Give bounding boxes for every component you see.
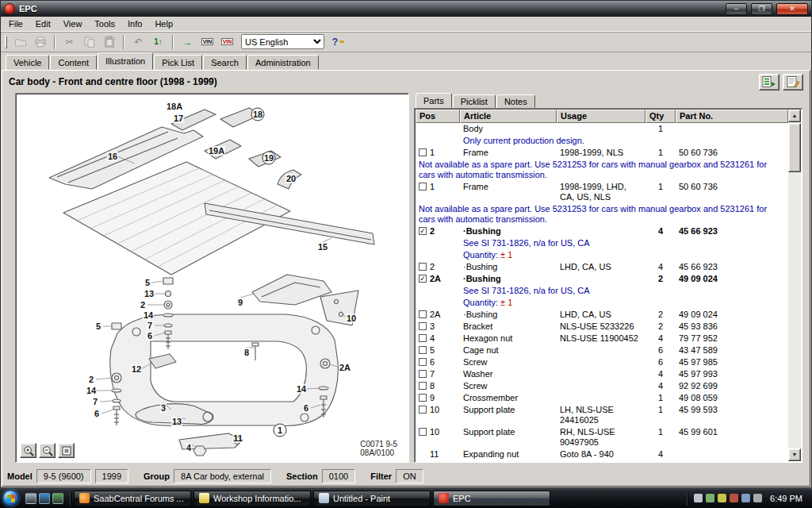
tab-pick-list[interactable]: Pick List <box>154 55 202 70</box>
callout-5[interactable]: 5 <box>95 321 102 331</box>
tray-icon[interactable] <box>753 494 762 502</box>
task-button-epc[interactable]: EPC <box>433 491 550 506</box>
quick-launch-icon[interactable] <box>25 493 36 504</box>
callout-6[interactable]: 6 <box>147 331 153 341</box>
row-checkbox[interactable] <box>419 334 427 342</box>
minimize-button[interactable]: – <box>726 3 747 15</box>
callout-2a[interactable]: 2A <box>339 363 351 372</box>
zoom-in-button[interactable] <box>20 443 36 458</box>
parts-tab-parts[interactable]: Parts <box>416 93 452 108</box>
menu-edit[interactable]: Edit <box>29 17 57 31</box>
menu-info[interactable]: Info <box>121 17 148 31</box>
row-checkbox[interactable] <box>419 428 427 436</box>
column-header-qty[interactable]: Qty <box>645 110 676 123</box>
callout-14[interactable]: 14 <box>86 386 97 395</box>
callout-14[interactable]: 14 <box>143 310 154 320</box>
parts-row[interactable]: 1Frame1998-1999, LHD, CA, US, NLS150 60 … <box>416 181 788 203</box>
scroll-up-button[interactable]: ▲ <box>788 110 801 122</box>
parts-row[interactable]: 8Screw492 92 699 <box>416 380 788 392</box>
row-checkbox[interactable] <box>419 148 427 156</box>
parts-tab-notes[interactable]: Notes <box>496 94 535 108</box>
task-button-saabcentral-forums[interactable]: SaabCentral Forums ... <box>74 491 191 506</box>
menu-tools[interactable]: Tools <box>88 17 121 31</box>
callout-11[interactable]: 11 <box>232 433 243 443</box>
row-checkbox[interactable] <box>419 370 427 378</box>
tray-icon[interactable] <box>718 494 726 502</box>
callout-8[interactable]: 8 <box>243 348 250 357</box>
callout-18a[interactable]: 18A <box>166 102 183 111</box>
callout-10[interactable]: 10 <box>346 314 357 323</box>
row-checkbox[interactable] <box>419 382 427 390</box>
callout-2[interactable]: 2 <box>88 375 94 384</box>
quick-launch-icon[interactable] <box>52 493 63 504</box>
help-key-icon[interactable]: ? <box>329 33 347 51</box>
parts-row[interactable]: 10Support plateRH, NLS-USE 90497905145 9… <box>416 426 788 448</box>
row-checkbox[interactable] <box>419 183 427 190</box>
tab-administration[interactable]: Administration <box>247 55 319 70</box>
callout-17[interactable]: 17 <box>173 114 184 123</box>
callout-18[interactable]: 18 <box>251 108 265 121</box>
callout-7[interactable]: 7 <box>147 321 153 330</box>
vin-icon[interactable]: VIN <box>198 33 216 51</box>
callout-5[interactable]: 5 <box>144 278 151 287</box>
callout-16[interactable]: 16 <box>107 152 118 161</box>
row-checkbox[interactable]: ✓ <box>419 227 427 235</box>
parts-row[interactable]: 2·BushingLHD, CA, US445 66 923 <box>416 261 788 273</box>
callout-2[interactable]: 2 <box>140 300 146 310</box>
vertical-scrollbar[interactable]: ▲ ▼ <box>788 110 801 461</box>
column-header-pos[interactable]: Pos <box>416 110 460 123</box>
parts-row[interactable]: 11Expanding nutGoto 8A - 9404 <box>416 448 788 460</box>
go-forward-icon[interactable]: → <box>178 33 197 51</box>
task-button-untitled-paint[interactable]: Untitled - Paint <box>313 491 431 506</box>
parts-row[interactable]: 3BracketNLS-USE 5233226245 93 836 <box>416 321 788 333</box>
notes-button[interactable] <box>783 74 803 90</box>
print-illustration-button[interactable] <box>759 74 779 90</box>
callout-7[interactable]: 7 <box>92 397 98 406</box>
zoom-out-button[interactable] <box>39 443 56 458</box>
column-header-usage[interactable]: Usage <box>557 110 645 123</box>
close-button[interactable]: ✕ <box>776 3 808 15</box>
callout-12[interactable]: 12 <box>131 364 142 374</box>
row-checkbox[interactable] <box>419 394 427 402</box>
callout-13[interactable]: 13 <box>171 417 182 426</box>
maximize-button[interactable]: ❐ <box>751 3 772 15</box>
callout-13[interactable]: 13 <box>144 289 155 298</box>
tab-vehicle[interactable]: Vehicle <box>6 55 49 70</box>
parts-row[interactable]: 4Hexagon nutNLS-USE 11900452479 77 952 <box>416 333 788 344</box>
tab-illustration[interactable]: Illustration <box>98 52 153 70</box>
column-header-article[interactable]: Article <box>460 110 557 123</box>
parts-list-icon[interactable]: 1↑ <box>149 33 167 51</box>
parts-row[interactable]: 9Crossmember149 08 059 <box>416 392 788 404</box>
column-header-part-no[interactable]: Part No. <box>676 110 788 123</box>
row-checkbox[interactable] <box>419 358 427 366</box>
menu-view[interactable]: View <box>57 17 89 31</box>
actual-size-button[interactable] <box>58 443 75 458</box>
parts-row[interactable]: 6Screw645 97 985 <box>416 356 788 368</box>
callout-3[interactable]: 3 <box>160 403 167 413</box>
scrollbar-thumb[interactable] <box>788 123 801 172</box>
parts-row[interactable]: ✓2·Bushing445 66 923 <box>416 225 788 237</box>
vin-edit-icon[interactable]: VIN <box>218 33 236 51</box>
callout-6[interactable]: 6 <box>94 409 100 418</box>
parts-row[interactable]: 1Frame1998-1999, NLS150 60 736 <box>416 147 788 159</box>
tray-icon[interactable] <box>706 494 714 502</box>
tray-icon[interactable] <box>694 494 703 502</box>
menu-help[interactable]: Help <box>148 17 179 31</box>
callout-20[interactable]: 20 <box>285 174 297 183</box>
parts-row[interactable]: 7Washer445 97 993 <box>416 368 788 380</box>
start-button[interactable] <box>2 490 19 506</box>
row-checkbox[interactable] <box>419 310 427 318</box>
parts-row[interactable]: 10Support plateLH, NLS-USE 24416025145 9… <box>416 404 788 426</box>
parts-row[interactable]: Body1 <box>416 123 788 135</box>
tray-icon[interactable] <box>741 494 750 502</box>
quick-launch-icon[interactable] <box>39 493 50 504</box>
callout-15[interactable]: 15 <box>317 242 328 252</box>
title-bar[interactable]: EPC – ❐ ✕ <box>1 1 811 17</box>
row-checkbox[interactable]: ✓ <box>419 275 427 283</box>
tab-search[interactable]: Search <box>203 55 247 70</box>
callout-19[interactable]: 19 <box>262 152 276 165</box>
parts-row[interactable]: 2A·BushingLHD, CA, US249 09 024 <box>416 309 788 321</box>
task-button-workshop-informatio[interactable]: Workshop Informatio... <box>193 491 311 506</box>
parts-row[interactable]: 5Cage nut643 47 589 <box>416 344 788 356</box>
menu-file[interactable]: File <box>2 17 29 31</box>
